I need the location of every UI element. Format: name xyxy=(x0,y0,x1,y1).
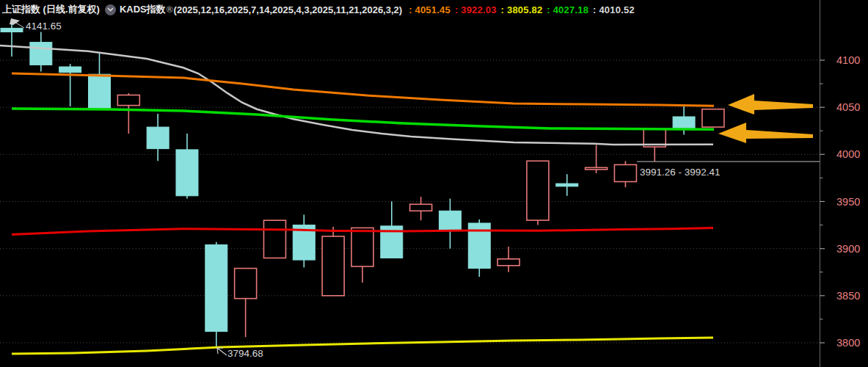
low-price-label: 3794.68 xyxy=(227,348,263,359)
candle-4[interactable] xyxy=(88,54,110,109)
y-axis-label-4000: 4000 xyxy=(836,148,860,160)
candle-19[interactable] xyxy=(527,161,549,225)
registered-mark-icon: ® xyxy=(167,4,173,15)
candle-7[interactable] xyxy=(176,134,198,199)
candle-20[interactable] xyxy=(556,174,578,195)
candle-8[interactable] xyxy=(205,242,227,348)
highlight-arrow-icon-1 xyxy=(728,94,813,115)
candle-13[interactable] xyxy=(351,228,373,283)
candle-22[interactable] xyxy=(614,161,636,187)
indicator-value-0: : 4051.45 xyxy=(409,4,451,15)
y-axis-label-3900: 3900 xyxy=(836,243,860,255)
candle-1[interactable] xyxy=(1,21,23,57)
indicator-value-1: : 3922.03 xyxy=(455,4,497,15)
indicator-value-2: : 3805.82 xyxy=(501,4,543,15)
candle-21[interactable] xyxy=(586,145,608,174)
candle-17[interactable] xyxy=(468,219,490,277)
candlestick-chart[interactable]: 4141.653794.683991.26 - 3992.41410040504… xyxy=(0,0,868,367)
candle-10[interactable] xyxy=(263,220,285,258)
y-axis: 4100405040003950390038503800 xyxy=(820,0,860,367)
index-title[interactable]: 上证指数 (日线.前复权) xyxy=(2,3,100,16)
indicator-value-4: : 4010.52 xyxy=(593,4,635,15)
indicator-header-bar: 上证指数 (日线.前复权) KADS指数 ® (2025,12,16,2025,… xyxy=(0,0,818,19)
y-axis-label-4050: 4050 xyxy=(836,101,860,113)
candle-16[interactable] xyxy=(439,199,461,249)
high-marker-leader xyxy=(15,22,24,28)
indicator-value-3: : 4027.18 xyxy=(547,4,588,15)
candle-9[interactable] xyxy=(235,269,257,338)
highlight-arrow-icon-2 xyxy=(718,123,813,143)
low-marker-arrow-icon xyxy=(217,348,227,355)
candle-12[interactable] xyxy=(322,227,344,296)
candle-2[interactable] xyxy=(30,32,52,72)
candle-6[interactable] xyxy=(147,114,169,161)
candlestick-series[interactable] xyxy=(1,21,724,348)
chevron-down-icon[interactable] xyxy=(105,4,116,15)
candle-14[interactable] xyxy=(381,202,403,258)
high-price-label: 4141.65 xyxy=(26,21,62,32)
candle-11[interactable] xyxy=(293,215,315,268)
gap-range-label: 3991.26 - 3992.41 xyxy=(640,167,721,178)
y-axis-label-3850: 3850 xyxy=(836,290,860,302)
y-axis-label-3800: 3800 xyxy=(836,337,860,349)
candle-18[interactable] xyxy=(497,247,519,272)
stock-chart-window: { "header": { "title": "上证指数 (日线.前复权)", … xyxy=(0,0,868,367)
ma-green xyxy=(12,109,714,129)
candle-25[interactable] xyxy=(702,109,724,127)
y-axis-label-4100: 4100 xyxy=(836,54,860,66)
y-axis-label-3950: 3950 xyxy=(836,196,860,208)
candle-5[interactable] xyxy=(117,93,139,134)
ma-yellow xyxy=(12,338,713,354)
indicator-name[interactable]: KADS指数 xyxy=(120,3,166,16)
indicator-values: : 4051.45: 3922.03: 3805.82: 4027.18: 40… xyxy=(404,4,635,15)
indicator-params: (2025,12,16,2025,7,14,2025,4,3,2025,11,2… xyxy=(174,4,403,15)
candle-3[interactable] xyxy=(59,64,81,106)
candle-15[interactable] xyxy=(410,197,432,220)
